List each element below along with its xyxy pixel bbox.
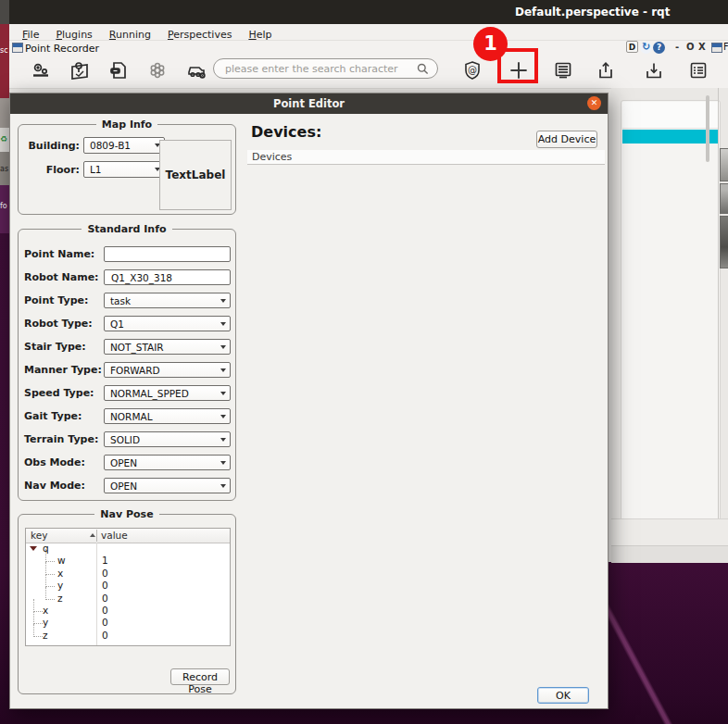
tree-row-y[interactable]: y0: [26, 580, 230, 592]
list-row[interactable]: [622, 102, 719, 129]
tree-row-q[interactable]: q: [26, 543, 230, 555]
terrain-type-label: Terrain Type:: [24, 433, 98, 445]
task-list-icon[interactable]: [685, 57, 711, 83]
floor-combo[interactable]: L1: [83, 161, 165, 178]
chevron-down-icon: [220, 438, 226, 442]
selected-row[interactable]: [622, 130, 719, 144]
launcher-item[interactable]: as: [0, 152, 9, 185]
dock-title: Point Recorder: [25, 43, 99, 55]
launcher-item[interactable]: [0, 98, 9, 128]
tree-row-y[interactable]: y0: [26, 617, 230, 629]
window-title: Default.perspective - rqt: [515, 6, 670, 19]
nav-pose-group: Nav Pose key value qw1x0y0z0x0y0z0 Recor…: [18, 514, 236, 694]
robot-type-combo[interactable]: Q1: [104, 316, 231, 331]
floor-label: Floor:: [22, 164, 80, 176]
nav-pose-tree[interactable]: key value qw1x0y0z0x0y0z0: [25, 528, 231, 646]
key-column-header[interactable]: key: [31, 530, 47, 541]
dock-minimize-button[interactable]: -: [675, 42, 679, 52]
dock-titlebar: Point Recorder D ↻ ? - O X F: [9, 41, 728, 56]
map-info-legend: Map Info: [96, 119, 157, 131]
plugin-window-icon: [12, 43, 23, 53]
standard-info-group: Standard Info Point Name:Robot Name:Q1_X…: [18, 229, 236, 501]
search-input[interactable]: please enter the search character: [213, 58, 438, 79]
svg-text:@: @: [468, 65, 477, 75]
chevron-down-icon: [220, 322, 226, 326]
point-type-label: Point Type:: [24, 294, 88, 306]
tree-row-x[interactable]: x0: [26, 568, 230, 580]
vehicle-icon[interactable]: [183, 57, 209, 83]
dialog-title: Point Editor: [10, 97, 608, 110]
recycle-icon[interactable]: ♻: [0, 128, 9, 152]
menu-bar: FilePluginsRunningPerspectivesHelp: [9, 24, 728, 41]
camera-thumbnail[interactable]: [720, 148, 728, 181]
gait-type-combo[interactable]: NORMAL: [104, 408, 231, 424]
launcher-item[interactable]: fo: [0, 185, 9, 233]
tree-row-z[interactable]: z0: [26, 630, 230, 642]
close-icon[interactable]: ✕: [587, 96, 601, 110]
desktop: sc ♻ as fo Default.perspective - rqt Fil…: [0, 0, 728, 724]
window-titlebar[interactable]: Default.perspective - rqt: [9, 0, 728, 24]
terrain-type-combo[interactable]: SOLID: [104, 431, 231, 447]
search-placeholder: please enter the search character: [225, 63, 398, 75]
obs-mode-combo[interactable]: OPEN: [104, 455, 231, 470]
launcher-item[interactable]: sc: [0, 24, 9, 98]
point-type-combo[interactable]: task: [104, 293, 231, 308]
launcher-strip: sc ♻ as fo: [0, 0, 9, 724]
toolbar: please enter the search character @: [9, 56, 728, 89]
tree-row-x[interactable]: x0: [26, 605, 230, 617]
nav-pose-legend: Nav Pose: [94, 508, 158, 520]
download-icon[interactable]: [641, 57, 667, 83]
search-icon: [416, 62, 430, 76]
speed-type-combo[interactable]: NORMAL_SPPED: [104, 385, 231, 401]
stair-type-label: Stair Type:: [24, 341, 86, 353]
ok-button[interactable]: OK: [537, 687, 589, 704]
robot-name-input[interactable]: Q1_X30_318: [104, 269, 231, 285]
export-file-icon[interactable]: [106, 57, 132, 83]
chevron-down-icon: [220, 461, 226, 465]
obs-mode-label: Obs Mode:: [24, 456, 85, 468]
value-column-header[interactable]: value: [101, 530, 128, 541]
add-device-button[interactable]: Add Device: [536, 131, 597, 148]
nav-mode-combo[interactable]: OPEN: [104, 478, 231, 493]
window-bottom-edge: [611, 545, 728, 563]
annotation-step-badge: 1: [473, 27, 508, 61]
help-icon[interactable]: ?: [653, 42, 665, 54]
point-settings-icon[interactable]: [28, 57, 54, 83]
point-list-icon[interactable]: [550, 57, 576, 83]
camera-thumbnail[interactable]: [720, 216, 728, 268]
tree-row-z[interactable]: z0: [26, 593, 230, 605]
point-name-input[interactable]: [104, 246, 231, 262]
record-pose-button[interactable]: Record Pose: [170, 668, 230, 685]
robot-name-label: Robot Name:: [24, 271, 99, 283]
at-badge-icon[interactable]: @: [459, 57, 485, 83]
neighbor-dock-label: F: [723, 42, 728, 52]
chevron-down-icon: [220, 415, 226, 418]
stair-type-combo[interactable]: NOT_STAIR: [104, 339, 231, 355]
settings-gear-icon[interactable]: [144, 57, 170, 83]
chevron-down-icon: [220, 299, 226, 303]
neighbor-dock-icon[interactable]: [711, 43, 722, 53]
point-list-panel: [621, 100, 721, 518]
dock-float-button[interactable]: O: [686, 42, 695, 52]
manner-type-combo[interactable]: FORWARD: [104, 362, 231, 378]
tree-header[interactable]: key value: [26, 529, 230, 543]
devices-column-header[interactable]: Devices: [247, 150, 605, 165]
dock-close-button[interactable]: X: [698, 42, 706, 52]
manner-type-label: Manner Type:: [24, 364, 102, 376]
dialog-titlebar[interactable]: Point Editor ✕: [10, 94, 608, 114]
upload-icon[interactable]: [593, 57, 619, 83]
map-preview-label: TextLabel: [159, 140, 232, 210]
dock-d-button[interactable]: D: [626, 41, 638, 53]
expander-icon[interactable]: [30, 546, 37, 551]
map-point-icon[interactable]: [67, 57, 93, 83]
panel-divider: [718, 88, 719, 518]
building-combo[interactable]: 0809-B1: [83, 137, 165, 154]
point-editor-dialog: Point Editor ✕ Map Info Building: 0809-B…: [9, 93, 609, 709]
launcher-item[interactable]: [0, 0, 9, 24]
building-label: Building:: [22, 140, 80, 152]
camera-thumbnail[interactable]: [720, 183, 728, 214]
tree-row-w[interactable]: w1: [26, 555, 230, 567]
scrollbar[interactable]: [706, 95, 709, 162]
devices-heading: Devices:: [251, 123, 321, 141]
refresh-icon[interactable]: ↻: [640, 42, 652, 54]
